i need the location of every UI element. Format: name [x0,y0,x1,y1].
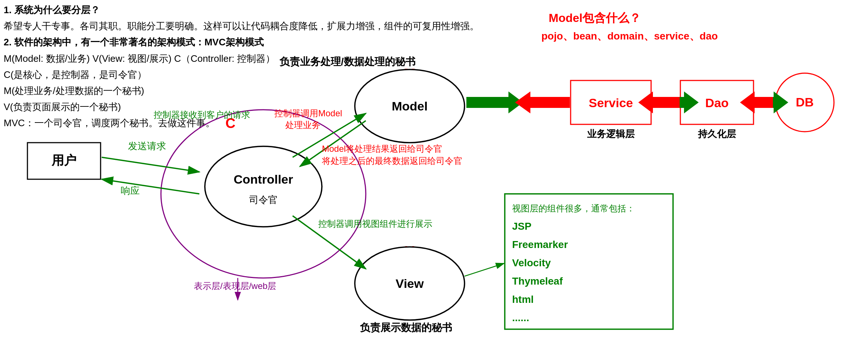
svg-text:将处理之后的最终数据返回给司令官: 将处理之后的最终数据返回给司令官 [322,156,462,166]
svg-line-19 [102,157,199,172]
svg-text:Dao: Dao [705,96,729,110]
svg-line-54 [465,263,504,276]
svg-text:Thymeleaf: Thymeleaf [512,275,563,287]
svg-text:Velocity: Velocity [512,257,551,268]
svg-marker-35 [515,91,570,113]
diagram-svg: 用户 C Controller 司令官 M Model V View Servi… [0,0,868,357]
svg-text:Controller: Controller [234,172,293,186]
svg-text:持久化层: 持久化层 [698,128,736,139]
svg-text:控制器调用视图组件进行展示: 控制器调用视图组件进行展示 [318,219,432,229]
svg-text:负责展示数据的秘书: 负责展示数据的秘书 [360,322,452,333]
svg-text:View: View [396,277,424,290]
svg-text:负责业务处理/数据处理的秘书: 负责业务处理/数据处理的秘书 [279,56,416,67]
svg-text:......: ...... [512,312,529,323]
svg-text:html: html [512,294,534,305]
svg-marker-34 [466,91,523,113]
svg-text:Model包含什么？: Model包含什么？ [549,11,641,25]
svg-text:DB: DB [796,95,813,109]
svg-text:业务逻辑层: 业务逻辑层 [587,128,635,139]
svg-text:Model: Model [392,99,428,113]
svg-text:用户: 用户 [51,153,76,167]
svg-text:发送请求: 发送请求 [128,140,166,151]
page-container: 1. 系统为什么要分层？ 希望专人干专事。各司其职。职能分工要明确。这样可以让代… [0,0,868,357]
svg-text:Model将处理结果返回给司令官: Model将处理结果返回给司令官 [322,144,442,154]
svg-text:控制器接收到客户的请求: 控制器接收到客户的请求 [154,110,250,120]
svg-text:JSP: JSP [512,221,531,232]
svg-point-4 [205,146,322,227]
svg-text:表示层/表现层/web层: 表示层/表现层/web层 [194,281,276,291]
svg-line-21 [102,179,199,194]
svg-text:控制器调用Model: 控制器调用Model [274,108,342,118]
svg-text:处理业务: 处理业务 [285,120,320,130]
svg-text:响应: 响应 [121,185,140,196]
svg-text:司令官: 司令官 [249,194,278,205]
svg-text:pojo、bean、domain、service、dao: pojo、bean、domain、service、dao [541,30,718,42]
svg-text:视图层的组件很多，通常包括：: 视图层的组件很多，通常包括： [512,203,635,213]
svg-text:Freemarker: Freemarker [512,239,568,250]
svg-text:Service: Service [589,96,633,110]
